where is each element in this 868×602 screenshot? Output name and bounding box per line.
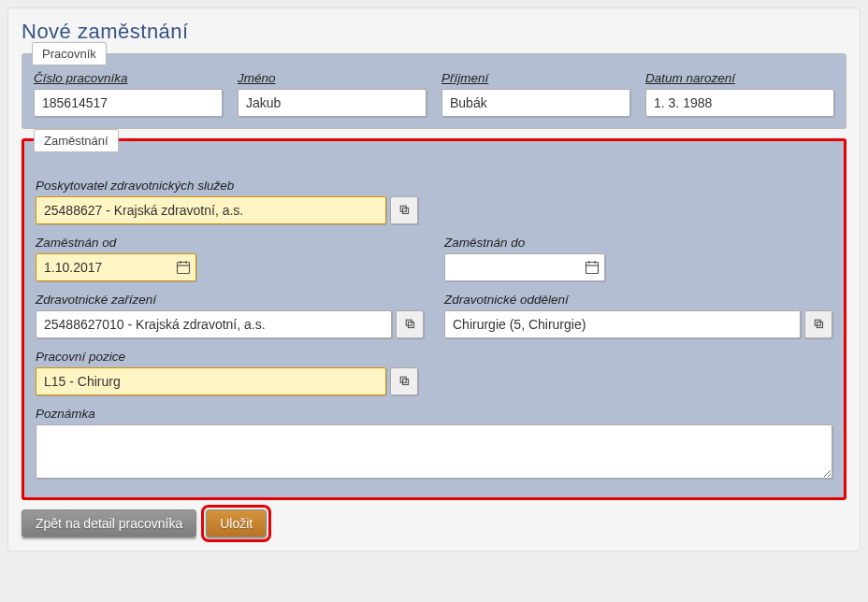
id-field[interactable]	[34, 89, 223, 117]
worker-legend: Pracovník	[32, 42, 107, 65]
back-button[interactable]: Zpět na detail pracovníka	[22, 509, 196, 538]
provider-field[interactable]	[36, 196, 386, 224]
worker-fieldset: Pracovník Číslo pracovníka Jméno Příjmen…	[22, 53, 846, 129]
to-label: Zaměstnán do	[444, 236, 832, 250]
facility-lookup-button[interactable]	[396, 310, 424, 338]
position-label: Pracovní pozice	[36, 350, 832, 364]
firstname-label: Jméno	[238, 71, 427, 85]
popup-icon	[813, 316, 824, 333]
calendar-icon[interactable]	[176, 260, 191, 275]
dob-field[interactable]	[645, 89, 834, 117]
provider-label: Poskytovatel zdravotnických služeb	[36, 179, 832, 193]
firstname-field[interactable]	[238, 89, 427, 117]
facility-field[interactable]	[36, 310, 392, 338]
svg-rect-1	[402, 208, 408, 214]
employment-fieldset: Zaměstnání Poskytovatel zdravotnických s…	[22, 138, 846, 500]
facility-label: Zdravotnické zařízení	[36, 293, 424, 307]
dob-label: Datum narození	[645, 71, 834, 85]
position-lookup-button[interactable]	[390, 367, 418, 395]
to-date-field[interactable]	[444, 253, 605, 281]
svg-rect-12	[815, 320, 820, 325]
popup-icon	[398, 202, 410, 219]
from-date-field[interactable]	[36, 253, 196, 281]
department-lookup-button[interactable]	[804, 310, 832, 338]
calendar-icon[interactable]	[585, 260, 600, 275]
svg-rect-14	[400, 377, 406, 382]
svg-rect-15	[402, 380, 408, 385]
popup-icon	[398, 373, 410, 390]
svg-rect-13	[817, 322, 823, 328]
id-label: Číslo pracovníka	[34, 71, 223, 85]
from-label: Zaměstnán od	[36, 236, 424, 250]
provider-lookup-button[interactable]	[390, 196, 418, 224]
note-label: Poznámka	[36, 407, 832, 421]
main-panel: Nové zaměstnání Pracovník Číslo pracovní…	[7, 7, 861, 552]
position-field[interactable]	[36, 367, 386, 395]
note-field[interactable]	[36, 424, 832, 479]
popup-icon	[404, 316, 415, 333]
lastname-field[interactable]	[441, 89, 630, 117]
department-field[interactable]	[444, 310, 801, 338]
svg-rect-10	[406, 320, 412, 325]
svg-rect-11	[409, 322, 414, 328]
svg-rect-0	[400, 206, 406, 211]
department-label: Zdravotnické oddělení	[444, 293, 832, 307]
lastname-label: Příjmení	[441, 71, 630, 85]
save-button[interactable]: Uložit	[206, 509, 267, 538]
svg-rect-2	[178, 263, 190, 274]
svg-rect-6	[586, 263, 599, 274]
employment-legend: Zaměstnání	[34, 129, 119, 152]
page-title: Nové zaměstnání	[22, 20, 846, 44]
